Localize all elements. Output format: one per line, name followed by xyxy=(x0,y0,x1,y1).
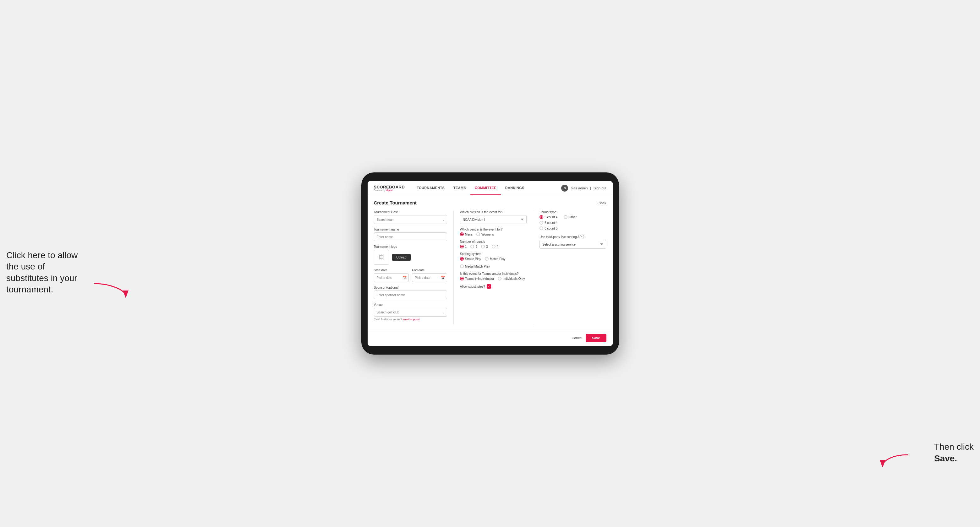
logo-powered-by: Powered by clippd xyxy=(374,189,405,191)
tournament-logo-section: Tournament logo 🖼 Upload xyxy=(374,245,447,265)
page-content: Create Tournament Back Tournament Host ⌄… xyxy=(368,195,613,330)
start-date-label: Start date xyxy=(374,268,409,272)
venue-help: Can't find your venue? email support xyxy=(374,318,447,321)
navbar: SCOREBOARD Powered by clippd TOURNAMENTS… xyxy=(368,181,613,195)
event-for-radio-group: Teams (+Individuals) Individuals Only xyxy=(460,277,527,281)
format-6count4-radio[interactable] xyxy=(539,221,543,225)
format-6count5-radio[interactable] xyxy=(539,227,543,230)
event-teams-radio[interactable] xyxy=(460,277,464,281)
format-6count5[interactable]: 6 count 5 xyxy=(539,227,606,230)
division-label: Which division is the event for? xyxy=(460,210,527,214)
format-type-section: Format type 5 count 4 Other xyxy=(539,210,606,230)
logo-scoreboard: SCOREBOARD xyxy=(374,185,405,189)
end-date-field: End date 📅 xyxy=(412,268,447,282)
nav-item-teams[interactable]: TEAMS xyxy=(449,181,470,195)
format-type-label: Format type xyxy=(539,210,606,214)
scoring-api-select[interactable]: Select a scoring service xyxy=(539,240,606,249)
format-5count4-radio[interactable] xyxy=(539,215,543,219)
form-footer: Cancel Save xyxy=(368,330,613,346)
scoring-stroke[interactable]: Stroke Play xyxy=(460,257,481,261)
event-teams[interactable]: Teams (+Individuals) xyxy=(460,277,494,281)
nav-item-rankings[interactable]: RANKINGS xyxy=(501,181,529,195)
back-button[interactable]: Back xyxy=(597,201,606,205)
substitutes-label: Allow substitutes? xyxy=(460,285,485,288)
tournament-host-label: Tournament Host xyxy=(374,210,447,214)
tablet-screen: SCOREBOARD Powered by clippd TOURNAMENTS… xyxy=(368,181,613,346)
format-6count4[interactable]: 6 count 4 xyxy=(539,221,606,225)
scoring-stroke-radio[interactable] xyxy=(460,257,464,261)
upload-button[interactable]: Upload xyxy=(392,254,411,261)
venue-dropdown-icon: ⌄ xyxy=(442,311,445,314)
format-other-radio[interactable] xyxy=(564,215,568,219)
gender-womens-radio[interactable] xyxy=(476,232,480,236)
substitutes-section: Allow substitutes? ✓ xyxy=(460,284,527,289)
sponsor-section: Sponsor (optional) xyxy=(374,286,447,299)
form-col-3: Format type 5 count 4 Other xyxy=(533,210,606,325)
rounds-section: Number of rounds 1 2 xyxy=(460,240,527,248)
rounds-1[interactable]: 1 xyxy=(460,244,467,248)
rounds-2[interactable]: 2 xyxy=(470,244,477,248)
start-date-wrap: 📅 xyxy=(374,273,409,282)
rounds-4-radio[interactable] xyxy=(492,244,495,248)
end-date-label: End date xyxy=(412,268,447,272)
scoring-match-radio[interactable] xyxy=(485,257,488,261)
rounds-3[interactable]: 3 xyxy=(481,244,488,248)
substitutes-checkbox[interactable]: ✓ xyxy=(487,284,491,289)
email-support-link[interactable]: email support xyxy=(403,318,420,321)
rounds-1-radio[interactable] xyxy=(460,244,464,248)
format-options: 5 count 4 Other 6 count 4 xyxy=(539,215,606,230)
gender-womens[interactable]: Womens xyxy=(476,232,493,236)
nav-separator: | xyxy=(590,186,591,190)
form-col-1: Tournament Host ⌄ Tournament name Tourna… xyxy=(374,210,447,325)
sign-out-link[interactable]: Sign out xyxy=(593,186,606,190)
cancel-button[interactable]: Cancel xyxy=(572,336,582,340)
gender-mens[interactable]: Mens xyxy=(460,232,473,236)
rounds-3-radio[interactable] xyxy=(481,244,485,248)
scoring-medal[interactable]: Medal Match Play xyxy=(460,264,490,268)
tournament-name-section: Tournament name xyxy=(374,228,447,241)
scoring-system-section: Scoring system Stroke Play Match Play xyxy=(460,252,527,268)
rounds-4[interactable]: 4 xyxy=(492,244,499,248)
format-other[interactable]: Other xyxy=(564,215,577,219)
event-for-label: Is this event for Teams and/or Individua… xyxy=(460,272,527,275)
annotation-left: Click here to allow the use of substitut… xyxy=(6,250,88,295)
date-row: Start date 📅 End date 📅 xyxy=(374,268,447,282)
event-individuals[interactable]: Individuals Only xyxy=(498,277,525,281)
tournament-host-section: Tournament Host ⌄ xyxy=(374,210,447,224)
save-button[interactable]: Save xyxy=(585,334,606,342)
rounds-2-radio[interactable] xyxy=(470,244,474,248)
tournament-logo-label: Tournament logo xyxy=(374,245,447,248)
arrow-right-icon xyxy=(880,452,911,467)
division-select[interactable]: NCAA Division I NCAA Division II NCAA Di… xyxy=(460,215,527,224)
sponsor-input[interactable] xyxy=(374,290,447,299)
substitutes-checkbox-item: Allow substitutes? ✓ xyxy=(460,284,527,289)
search-icon: ⌄ xyxy=(442,218,445,221)
start-date-field: Start date 📅 xyxy=(374,268,409,282)
page-title: Create Tournament xyxy=(374,200,417,205)
user-name: blair admin xyxy=(571,186,587,190)
scoring-system-label: Scoring system xyxy=(460,252,527,256)
scoring-api-section: Use third-party live scoring API? Select… xyxy=(539,235,606,249)
venue-input[interactable] xyxy=(374,308,447,317)
arrow-left-icon xyxy=(91,281,129,299)
gender-mens-radio[interactable] xyxy=(460,232,464,236)
nav-item-committee[interactable]: COMMITTEE xyxy=(470,181,501,195)
avatar: B xyxy=(561,185,568,192)
logo-upload-area: 🖼 Upload xyxy=(374,250,447,265)
venue-section: Venue ⌄ Can't find your venue? email sup… xyxy=(374,303,447,321)
rounds-label: Number of rounds xyxy=(460,240,527,243)
event-individuals-radio[interactable] xyxy=(498,277,501,281)
gender-radio-group: Mens Womens xyxy=(460,232,527,236)
format-5count4[interactable]: 5 count 4 xyxy=(539,215,557,219)
event-for-section: Is this event for Teams and/or Individua… xyxy=(460,272,527,281)
tournament-name-input[interactable] xyxy=(374,232,447,241)
tournament-host-input[interactable] xyxy=(374,215,447,224)
scoring-medal-radio[interactable] xyxy=(460,264,464,268)
annotation-right: Then click Save. xyxy=(934,441,974,464)
nav-item-tournaments[interactable]: TOURNAMENTS xyxy=(412,181,449,195)
sponsor-label: Sponsor (optional) xyxy=(374,286,447,289)
scoring-system-radio-group: Stroke Play Match Play Medal Match Play xyxy=(460,257,527,268)
gender-section: Which gender is the event for? Mens Wome… xyxy=(460,228,527,236)
form-col-2: Which division is the event for? NCAA Di… xyxy=(453,210,527,325)
scoring-match[interactable]: Match Play xyxy=(485,257,505,261)
